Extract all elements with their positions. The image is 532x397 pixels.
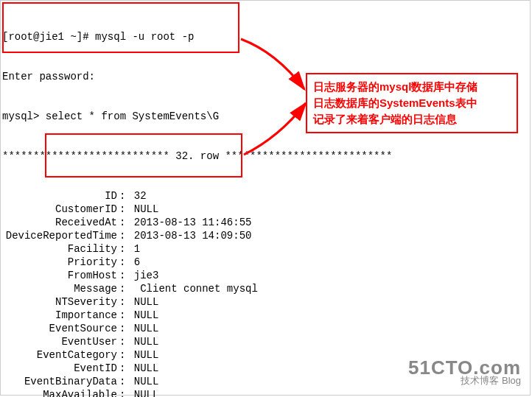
field-sep: : bbox=[117, 269, 127, 282]
field-sep: : bbox=[117, 242, 127, 256]
field-value: NULL bbox=[127, 375, 158, 388]
field-label: ReceivedAt bbox=[2, 216, 117, 229]
field-row: Message: Client connet mysql bbox=[2, 282, 528, 295]
field-row: NTSeverity: NULL bbox=[2, 295, 528, 309]
field-row: ID: 32 bbox=[2, 189, 528, 203]
field-value: NULL bbox=[127, 322, 158, 335]
field-row: CustomerID: NULL bbox=[2, 203, 528, 216]
field-sep: : bbox=[117, 256, 127, 269]
field-row: EventUser: NULL bbox=[2, 335, 528, 348]
field-label: NTSeverity bbox=[2, 295, 117, 309]
field-label: EventSource bbox=[2, 322, 117, 335]
field-sep: : bbox=[117, 322, 127, 335]
field-sep: : bbox=[117, 388, 127, 397]
field-label: CustomerID bbox=[2, 203, 117, 216]
field-label: Priority bbox=[2, 256, 117, 269]
annotation-callout: 日志服务器的mysql数据库中存储 日志数据库的SystemEvents表中 记… bbox=[306, 73, 518, 133]
watermark: 51CTO.com 技术博客 Blog bbox=[408, 361, 521, 387]
field-label: EventUser bbox=[2, 335, 117, 348]
field-row: Priority: 6 bbox=[2, 256, 528, 269]
field-sep: : bbox=[117, 362, 127, 375]
callout-line: 记录了来着客户端的日志信息 bbox=[313, 111, 511, 127]
field-label: ID bbox=[2, 189, 117, 203]
field-label: EventID bbox=[2, 362, 117, 375]
field-value: NULL bbox=[127, 309, 158, 322]
field-label: MaxAvailable bbox=[2, 388, 117, 397]
field-value: NULL bbox=[127, 388, 158, 397]
row-separator: *************************** 32. row ****… bbox=[2, 150, 528, 163]
field-value: 6 bbox=[127, 256, 140, 269]
field-label: Importance bbox=[2, 309, 117, 322]
field-row: ReceivedAt: 2013-08-13 11:46:55 bbox=[2, 216, 528, 229]
prompt-line: [root@jie1 ~]# mysql -u root -p bbox=[2, 30, 528, 43]
field-value: NULL bbox=[127, 348, 158, 362]
field-row: FromHost: jie3 bbox=[2, 269, 528, 282]
field-sep: : bbox=[117, 309, 127, 322]
callout-line: 日志服务器的mysql数据库中存储 bbox=[313, 79, 511, 95]
field-sep: : bbox=[117, 348, 127, 362]
field-row: Facility: 1 bbox=[2, 242, 528, 256]
field-value: 1 bbox=[127, 242, 140, 256]
field-value: 2013-08-13 11:46:55 bbox=[127, 216, 251, 229]
field-row: Importance: NULL bbox=[2, 309, 528, 322]
watermark-logo: 51CTO.com bbox=[408, 361, 521, 374]
field-value: jie3 bbox=[127, 269, 158, 282]
field-sep: : bbox=[117, 282, 127, 295]
field-sep: : bbox=[117, 375, 127, 388]
field-sep: : bbox=[117, 229, 127, 242]
field-label: Message bbox=[2, 282, 117, 295]
field-sep: : bbox=[117, 216, 127, 229]
field-row: EventSource: NULL bbox=[2, 322, 528, 335]
field-label: Facility bbox=[2, 242, 117, 256]
field-label: DeviceReportedTime bbox=[2, 229, 117, 242]
field-value: NULL bbox=[127, 335, 158, 348]
field-row: DeviceReportedTime: 2013-08-13 14:09:50 bbox=[2, 229, 528, 242]
field-sep: : bbox=[117, 335, 127, 348]
field-value: NULL bbox=[127, 203, 158, 216]
field-value: 2013-08-13 14:09:50 bbox=[127, 229, 251, 242]
field-value: Client connet mysql bbox=[127, 282, 257, 295]
field-sep: : bbox=[117, 203, 127, 216]
field-label: FromHost bbox=[2, 269, 117, 282]
field-sep: : bbox=[117, 295, 127, 309]
field-value: NULL bbox=[127, 362, 158, 375]
callout-line: 日志数据库的SystemEvents表中 bbox=[313, 95, 511, 111]
field-label: EventCategory bbox=[2, 348, 117, 362]
field-sep: : bbox=[117, 189, 127, 203]
field-label: EventBinaryData bbox=[2, 375, 117, 388]
field-value: 32 bbox=[127, 189, 146, 203]
field-row: MaxAvailable: NULL bbox=[2, 388, 528, 397]
field-value: NULL bbox=[127, 295, 158, 309]
terminal-output: [root@jie1 ~]# mysql -u root -p Enter pa… bbox=[1, 1, 530, 397]
